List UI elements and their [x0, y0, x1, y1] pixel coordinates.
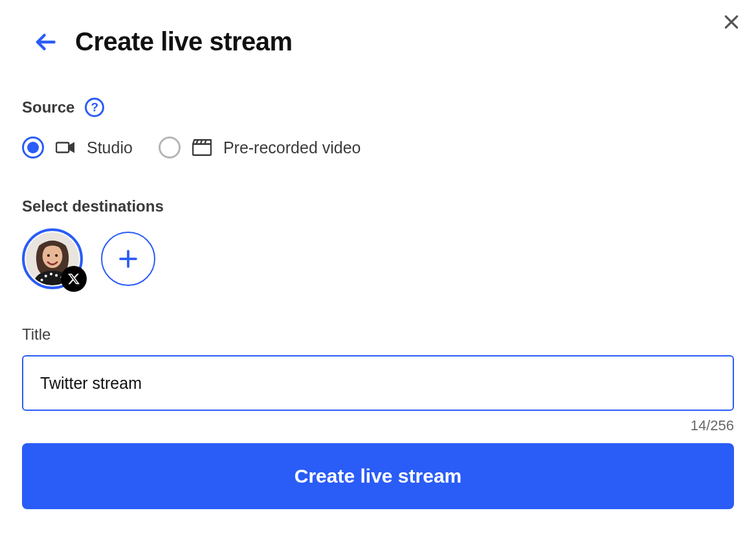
source-help-button[interactable]: ? [85, 98, 104, 117]
close-button[interactable] [721, 12, 742, 32]
clapper-icon [192, 139, 212, 156]
page-title: Create live stream [75, 27, 293, 56]
close-icon [723, 14, 740, 30]
source-section: Source ? Studio Pre-recorded video [22, 98, 734, 159]
svg-point-10 [47, 254, 50, 257]
title-field-label: Title [22, 325, 734, 344]
create-live-stream-button[interactable]: Create live stream [22, 443, 734, 509]
title-section: Title 14/256 [22, 325, 734, 434]
radio-indicator [22, 137, 44, 159]
page-header: Create live stream [0, 0, 756, 56]
arrow-left-icon [34, 30, 57, 54]
radio-option-prerecorded[interactable]: Pre-recorded video [159, 137, 361, 159]
svg-point-11 [55, 254, 58, 257]
radio-indicator [159, 137, 181, 159]
character-counter: 14/256 [22, 417, 734, 434]
svg-rect-3 [56, 143, 69, 153]
svg-point-14 [55, 274, 58, 277]
svg-point-12 [45, 275, 47, 278]
destination-item[interactable] [22, 228, 83, 289]
plus-icon [117, 247, 140, 270]
x-logo-icon [67, 272, 80, 285]
platform-badge [61, 266, 87, 292]
svg-rect-4 [193, 144, 211, 155]
add-destination-button[interactable] [101, 232, 155, 286]
radio-label: Studio [87, 138, 133, 157]
svg-point-13 [50, 273, 52, 276]
question-icon: ? [91, 100, 99, 115]
destinations-section: Select destinations [22, 197, 734, 289]
title-input[interactable] [22, 355, 734, 411]
svg-point-16 [41, 279, 43, 281]
back-button[interactable] [34, 30, 57, 54]
source-label: Source [22, 98, 74, 116]
camera-icon [56, 140, 75, 155]
destinations-label: Select destinations [22, 197, 164, 215]
radio-option-studio[interactable]: Studio [22, 137, 133, 159]
radio-label: Pre-recorded video [223, 138, 361, 157]
